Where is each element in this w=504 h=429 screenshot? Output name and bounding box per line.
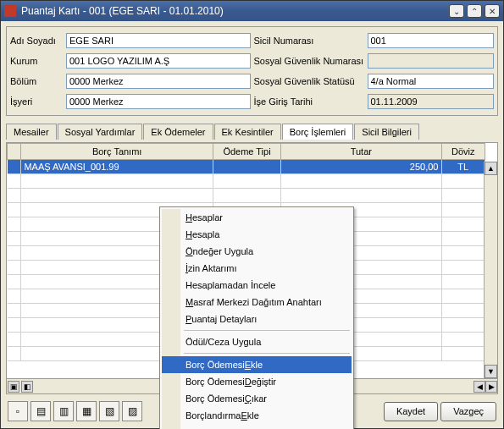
tool-print-icon[interactable]: ▨ [122, 401, 142, 421]
table-row[interactable]: MAAŞ AVANSI_001.99250,00TL [8, 160, 485, 174]
tool-new-icon[interactable]: ▫ [8, 401, 28, 421]
menu-item[interactable]: Puantaj Detayları [162, 311, 352, 327]
cell[interactable] [8, 174, 21, 189]
hscroll-left-icon[interactable]: ◀ [474, 381, 485, 393]
header-form: Adı Soyadı Kurum Bölüm İşyeri [6, 26, 498, 116]
cell[interactable] [441, 217, 485, 232]
menu-item[interactable]: Hesapla [162, 226, 352, 243]
tool-copy-icon[interactable]: ▥ [53, 401, 74, 421]
cell[interactable]: 250,00 [281, 160, 441, 174]
label-bolum: Bölüm [10, 76, 63, 86]
cell[interactable]: MAAŞ AVANSI_001.99 [21, 160, 213, 174]
input-ad-soyadi[interactable] [66, 33, 251, 48]
menu-item[interactable]: Borç Ödemesi Çıkar [162, 390, 352, 407]
cell[interactable] [8, 203, 21, 217]
input-sicil-no[interactable] [368, 33, 495, 48]
cell[interactable] [441, 289, 485, 304]
cell[interactable] [8, 261, 21, 275]
input-kurum[interactable] [66, 53, 251, 69]
cell[interactable] [441, 232, 485, 246]
cell[interactable] [213, 174, 280, 189]
menu-item[interactable]: Masraf Merkezi Dağıtım Anahtarı [162, 294, 352, 311]
cell[interactable] [441, 203, 485, 217]
cancel-button[interactable]: Vazgeç [440, 402, 496, 421]
cell[interactable] [8, 189, 21, 203]
table-row[interactable] [8, 189, 485, 203]
close-button[interactable]: ✕ [485, 4, 500, 18]
tab-sosyal-yardimlar[interactable]: Sosyal Yardımlar [58, 124, 143, 140]
cell[interactable] [441, 174, 485, 189]
cell[interactable]: TL [441, 160, 485, 174]
input-sgk-no[interactable] [368, 53, 495, 69]
table-row[interactable] [8, 174, 485, 189]
label-sicil-no: Sicil Numarası [254, 36, 364, 46]
tab-ek-odemeler[interactable]: Ek Ödemeler [143, 124, 213, 140]
cell[interactable] [281, 189, 441, 203]
nav-first-icon[interactable]: ▣ [8, 381, 19, 393]
app-icon [4, 5, 16, 17]
cell[interactable] [8, 160, 21, 174]
cell[interactable] [441, 189, 485, 203]
save-button[interactable]: Kaydet [384, 402, 438, 421]
cell[interactable] [441, 318, 485, 333]
col-tutar[interactable]: Tutar [281, 144, 441, 160]
cell[interactable] [441, 347, 485, 361]
label-sgk-no: Sosyal Güvenlik Numarası [254, 56, 364, 66]
menu-separator [162, 327, 352, 333]
cell[interactable] [8, 318, 21, 333]
nav-prev-icon[interactable]: ◧ [21, 381, 33, 393]
menu-item[interactable]: Hesaplamadan İncele [162, 277, 352, 294]
scroll-down-icon[interactable]: ▼ [485, 365, 497, 378]
tool-detail-icon[interactable]: ▤ [30, 401, 51, 421]
cell[interactable] [8, 304, 21, 318]
scroll-up-icon[interactable]: ▲ [485, 162, 497, 175]
menu-item[interactable]: Borç Ödemesi Ekle [162, 356, 352, 373]
col-tanim[interactable]: Borç Tanımı [21, 144, 213, 160]
cell[interactable] [21, 174, 213, 189]
menu-item[interactable]: Borçlandırma Ekle [162, 407, 352, 424]
tool-paste-icon[interactable]: ▦ [76, 401, 97, 421]
cell[interactable] [441, 246, 485, 261]
cell[interactable] [8, 232, 21, 246]
input-ise-giris[interactable] [368, 94, 495, 109]
tabs: Mesailer Sosyal Yardımlar Ek Ödemeler Ek… [6, 123, 498, 139]
tab-borc-islemleri[interactable]: Borç İşlemleri [282, 124, 354, 140]
menu-item[interactable]: Öndeğer Uygula [162, 243, 352, 260]
tab-sicil-bilgileri[interactable]: Sicil Bilgileri [354, 124, 419, 140]
cell[interactable] [21, 189, 213, 203]
menu-item[interactable]: Borç Ödemesi Değiştir [162, 373, 352, 390]
cell[interactable] [441, 333, 485, 347]
cell[interactable] [8, 289, 21, 304]
cell[interactable] [281, 174, 441, 189]
tool-export-icon[interactable]: ▧ [99, 401, 119, 421]
minimize-button[interactable]: ⌄ [449, 4, 464, 18]
label-sgk-statu: Sosyal Güvenlik Statüsü [254, 76, 364, 86]
maximize-button[interactable]: ⌃ [467, 4, 482, 18]
cell[interactable] [441, 304, 485, 318]
cell[interactable] [441, 261, 485, 275]
cell[interactable] [8, 246, 21, 261]
menu-item[interactable]: İzin Aktarımı [162, 260, 352, 277]
input-isyeri[interactable] [66, 94, 251, 109]
menu-item[interactable]: Hesaplar [162, 209, 352, 226]
tab-mesailer[interactable]: Mesailer [6, 124, 57, 140]
hscroll-right-icon[interactable]: ▶ [485, 381, 497, 393]
col-odeme[interactable]: Ödeme Tipi [213, 144, 280, 160]
tab-ek-kesintiler[interactable]: Ek Kesintiler [214, 124, 281, 140]
menu-item[interactable]: Ödül/Ceza Uygula [162, 333, 352, 350]
cell[interactable] [213, 189, 280, 203]
label-ise-giris: İşe Giriş Tarihi [254, 96, 364, 107]
input-bolum[interactable] [66, 74, 251, 89]
context-menu[interactable]: HesaplarHesaplaÖndeğer Uygulaİzin Aktarı… [159, 206, 354, 429]
cell[interactable] [441, 275, 485, 289]
label-ad-soyadi: Adı Soyadı [10, 36, 63, 46]
menu-item[interactable]: Borçlandırma Çıkar [162, 424, 352, 429]
cell[interactable] [213, 160, 280, 174]
input-sgk-statu[interactable] [368, 74, 495, 89]
grid-vscroll[interactable]: ▲ ▼ [484, 162, 497, 378]
cell[interactable] [8, 347, 21, 361]
cell[interactable] [8, 217, 21, 232]
cell[interactable] [8, 275, 21, 289]
col-doviz[interactable]: Döviz [441, 144, 485, 160]
cell[interactable] [8, 333, 21, 347]
